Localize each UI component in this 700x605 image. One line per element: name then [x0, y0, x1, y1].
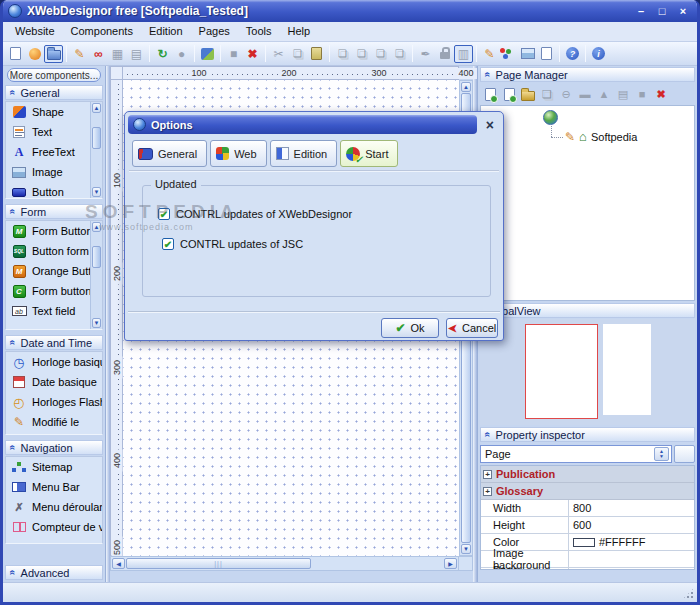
tree-node-softpedia[interactable]: ✎ ⌂ Softpedia — [565, 129, 637, 144]
list-item[interactable]: ✗Menu déroulant — [6, 497, 102, 517]
shopping-cart-icon[interactable]: ▦ — [108, 45, 127, 63]
section-header-general[interactable]: «General — [5, 85, 103, 100]
property-row-height[interactable]: Height600 — [481, 517, 694, 534]
canvas-horizontal-scrollbar[interactable]: ◀ ▶ — [110, 556, 459, 571]
menu-edition[interactable]: Edition — [141, 22, 191, 41]
close-button[interactable]: × — [674, 4, 692, 19]
expand-icon[interactable]: + — [483, 487, 492, 496]
list-item[interactable]: ◷Horloge basiqu — [6, 352, 102, 372]
list-item[interactable]: AFreeText — [6, 142, 90, 162]
list-item[interactable]: Shape — [6, 102, 90, 122]
list-item[interactable]: Date basique — [6, 372, 102, 392]
edit-style-icon[interactable]: ✎ — [480, 45, 499, 63]
category-publication[interactable]: +Publication — [481, 466, 694, 483]
send-backward-icon[interactable]: ❏ — [390, 45, 409, 63]
view-pages-icon[interactable]: ∞ — [89, 45, 108, 63]
dialog-close-icon[interactable]: × — [486, 118, 494, 132]
lock-icon[interactable] — [435, 45, 454, 63]
scroll-thumb[interactable] — [92, 127, 101, 149]
property-inspector-header[interactable]: «Property inspector — [480, 427, 695, 442]
open-site-icon[interactable] — [44, 45, 63, 63]
remove-page-icon[interactable]: ⊖ — [558, 86, 574, 102]
spinner-icon[interactable]: ▲▼ — [654, 447, 669, 461]
preview-site-icon[interactable] — [25, 45, 44, 63]
color-palette-icon[interactable] — [499, 45, 518, 63]
dialog-titlebar[interactable]: Options — [128, 115, 477, 134]
copy-icon[interactable]: ❏ — [288, 45, 307, 63]
resize-grip[interactable] — [682, 587, 695, 600]
scroll-thumb[interactable] — [126, 558, 311, 569]
publish-icon[interactable]: ↻ — [153, 45, 172, 63]
color-swatch[interactable] — [573, 538, 595, 547]
delete-page-icon[interactable]: ✖ — [653, 86, 669, 102]
site-globe-icon[interactable] — [543, 110, 558, 125]
list-scrollbar[interactable]: ▲▼ — [90, 221, 102, 329]
list-item[interactable]: Sitemap — [6, 457, 102, 477]
list-item[interactable]: ◴Horloges Flash — [6, 392, 102, 412]
list-item[interactable]: ✎Modifié le — [6, 412, 102, 432]
list-item[interactable]: Image — [6, 162, 90, 182]
section-header-date-time[interactable]: «Date and Time — [5, 335, 103, 350]
cancel-button[interactable]: ➤Cancel — [446, 318, 498, 338]
page-preview-icon[interactable]: ▤ — [127, 45, 146, 63]
bring-forward-icon[interactable]: ❏ — [371, 45, 390, 63]
scroll-thumb[interactable] — [92, 246, 101, 268]
scroll-down-icon[interactable]: ▼ — [92, 187, 101, 197]
comment-pen-icon[interactable]: ✒ — [416, 45, 435, 63]
section-header-advanced[interactable]: «Advanced — [5, 565, 103, 580]
paste-icon[interactable] — [307, 45, 326, 63]
bring-to-front-icon[interactable]: ❏ — [333, 45, 352, 63]
menu-tools[interactable]: Tools — [238, 22, 280, 41]
tab-start[interactable]: Start — [340, 140, 398, 167]
page-thumbnail[interactable] — [603, 324, 651, 415]
scroll-right-icon[interactable]: ▶ — [444, 558, 457, 569]
category-glossary[interactable]: +Glossary — [481, 483, 694, 500]
duplicate-page-icon[interactable]: ❏ — [539, 86, 555, 102]
more-components-button[interactable]: More components... — [7, 68, 101, 82]
page-manager-header[interactable]: «Page Manager — [480, 67, 695, 82]
tab-edition[interactable]: Edition — [270, 140, 338, 167]
scroll-down-icon[interactable]: ▼ — [92, 318, 101, 328]
page-properties-icon[interactable]: ▤ — [615, 86, 631, 102]
list-item[interactable]: CForm button — [6, 281, 90, 301]
property-target-select[interactable]: Page ▲▼ — [480, 445, 672, 463]
expand-icon[interactable]: + — [483, 470, 492, 479]
cut-icon[interactable]: ✂ — [269, 45, 288, 63]
add-page-icon[interactable] — [482, 86, 498, 102]
tab-general[interactable]: General — [132, 140, 207, 167]
new-site-icon[interactable] — [6, 45, 25, 63]
scroll-left-icon[interactable]: ◀ — [112, 558, 125, 569]
tab-web[interactable]: Web — [210, 140, 266, 167]
checkbox-checked-icon[interactable]: ✔ — [162, 238, 174, 250]
record-icon[interactable]: ● — [172, 45, 191, 63]
insert-script-icon[interactable] — [537, 45, 556, 63]
open-folder-icon[interactable] — [520, 86, 536, 102]
menu-components[interactable]: Components — [63, 22, 141, 41]
scroll-up-icon[interactable]: ▲ — [92, 222, 101, 232]
list-item[interactable]: Menu Bar — [6, 477, 102, 497]
property-row-page-background[interactable]: Page background — [481, 568, 694, 570]
scroll-down-icon[interactable]: ▼ — [461, 544, 471, 554]
menu-help[interactable]: Help — [279, 22, 318, 41]
move-up-icon[interactable]: ▲ — [596, 86, 612, 102]
stop-icon[interactable]: ■ — [224, 45, 243, 63]
checkbox-checked-icon[interactable]: ✔ — [158, 208, 170, 220]
menu-website[interactable]: Website — [7, 22, 63, 41]
property-row-width[interactable]: Width800 — [481, 500, 694, 517]
list-item[interactable]: MOrange Butt — [6, 261, 90, 281]
delete-icon[interactable]: ✖ — [243, 45, 262, 63]
list-item[interactable]: MForm Buttor — [6, 221, 90, 241]
stop-icon[interactable]: ■ — [634, 86, 650, 102]
add-subpage-icon[interactable] — [501, 86, 517, 102]
property-extra-button[interactable] — [674, 445, 695, 463]
checkbox-row-jsc[interactable]: ✔ CONTRL updates of JSC — [162, 238, 303, 250]
scroll-up-icon[interactable]: ▲ — [461, 82, 471, 92]
install-component-icon[interactable] — [198, 45, 217, 63]
ok-button[interactable]: ✔Ok — [381, 318, 439, 338]
list-item[interactable]: Button — [6, 182, 90, 199]
rename-page-icon[interactable]: ▬ — [577, 86, 593, 102]
page-tree[interactable]: ✎ ⌂ Softpedia — [480, 105, 695, 301]
edit-page-icon[interactable]: ✎ — [70, 45, 89, 63]
send-to-back-icon[interactable]: ❏ — [352, 45, 371, 63]
insert-image-icon[interactable] — [518, 45, 537, 63]
